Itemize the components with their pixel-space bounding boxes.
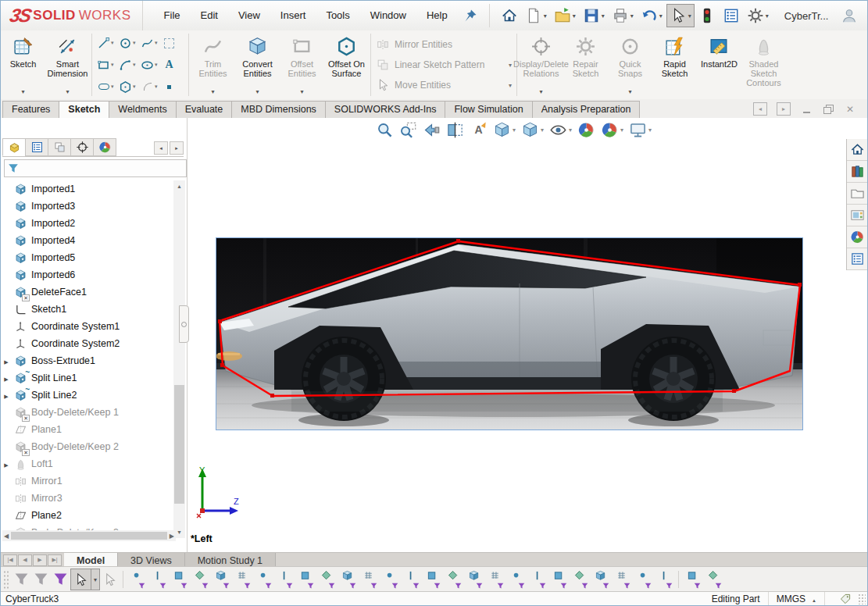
quick-tool[interactable] xyxy=(720,4,743,27)
doc-window-control[interactable] xyxy=(844,103,856,115)
tab-nav-button[interactable] xyxy=(33,554,47,566)
tree-item[interactable]: Imported6 xyxy=(2,266,171,283)
ribbon-button[interactable]: Smart Dimension ▾ xyxy=(45,30,90,99)
view-tool[interactable] xyxy=(548,119,573,140)
command-tab[interactable]: Evaluate xyxy=(176,101,233,118)
menu-item[interactable]: Tools xyxy=(316,1,359,30)
view-tool[interactable] xyxy=(627,119,653,140)
filter-tool[interactable] xyxy=(70,569,100,590)
view-tool[interactable] xyxy=(374,119,395,140)
tree-item[interactable]: Plane1 xyxy=(2,421,171,438)
task-pane-button[interactable] xyxy=(847,139,867,161)
ribbon-button[interactable]: Shaded Sketch Contours ▾ xyxy=(741,30,786,99)
filter-tool[interactable] xyxy=(100,569,120,590)
quick-tool[interactable] xyxy=(551,4,579,27)
filter-item[interactable] xyxy=(274,569,295,590)
quick-tool[interactable] xyxy=(638,4,666,27)
quick-tool[interactable] xyxy=(695,4,719,27)
menu-item[interactable]: Edit xyxy=(191,1,228,30)
tree-vertical-scrollbar[interactable]: ▲ ▼ xyxy=(173,180,185,538)
panel-tab[interactable] xyxy=(25,138,48,156)
entity-tool[interactable] xyxy=(141,77,162,98)
document-tab[interactable]: 3D Views xyxy=(118,553,185,567)
task-pane-button[interactable] xyxy=(847,205,867,226)
tree-item[interactable]: Coordinate System2 xyxy=(2,335,171,352)
tree-filter-input[interactable] xyxy=(22,162,183,176)
menu-item[interactable]: Help xyxy=(416,1,458,30)
task-pane-button[interactable] xyxy=(847,161,867,183)
scroll-up-icon[interactable]: ▲ xyxy=(173,180,185,192)
ribbon-button[interactable]: Sketch ▾ xyxy=(1,30,45,99)
tree-item[interactable]: Body-Delete/Keep 2 xyxy=(2,438,171,455)
tree-horizontal-scrollbar[interactable]: ◀ ▶ xyxy=(2,530,176,541)
filter-item[interactable] xyxy=(612,569,633,590)
filter-item[interactable] xyxy=(527,569,548,590)
ribbon-row-button[interactable]: Move Entities ▾ xyxy=(376,76,515,94)
filter-item[interactable] xyxy=(253,569,274,590)
pin-icon[interactable] xyxy=(463,8,478,23)
doc-window-control[interactable] xyxy=(753,102,767,116)
filter-item[interactable] xyxy=(464,569,485,590)
command-tab[interactable]: SOLIDWORKS Add-Ins xyxy=(325,101,446,118)
task-pane-button[interactable] xyxy=(847,248,867,270)
scroll-thumb[interactable] xyxy=(174,385,184,504)
entity-tool[interactable] xyxy=(163,33,184,54)
scroll-right-icon[interactable]: ▶ xyxy=(170,533,174,540)
tree-item[interactable]: Mirror3 xyxy=(2,490,171,507)
sketch-picture-cybertruck[interactable] xyxy=(216,237,803,430)
filter-item[interactable] xyxy=(422,569,443,590)
filter-item[interactable] xyxy=(506,569,527,590)
command-tab[interactable]: MBD Dimensions xyxy=(231,101,326,118)
entity-tool[interactable] xyxy=(97,55,118,76)
ribbon-button[interactable]: Offset Entities ▾ xyxy=(280,30,324,99)
ribbon-button[interactable]: Display/Delete Relations ▾ xyxy=(519,30,563,99)
entity-tool[interactable] xyxy=(97,33,118,54)
view-tool[interactable] xyxy=(520,119,545,140)
view-tool[interactable] xyxy=(468,119,489,140)
tree-item[interactable]: Imported3 xyxy=(2,198,171,215)
menu-item[interactable]: File xyxy=(154,1,191,30)
tags-icon[interactable] xyxy=(839,593,852,605)
filter-tool[interactable] xyxy=(12,569,31,590)
ribbon-button[interactable]: Trim Entities ▾ xyxy=(191,30,235,99)
entity-tool[interactable] xyxy=(141,33,162,54)
ribbon-button[interactable]: Instant2D ▾ xyxy=(697,30,741,99)
quick-tool[interactable] xyxy=(522,4,550,27)
filter-item[interactable] xyxy=(485,569,506,590)
panel-tab[interactable] xyxy=(48,138,71,156)
quick-tool[interactable] xyxy=(744,4,772,27)
panel-tab-scroll-arrow[interactable]: ◂ xyxy=(154,141,168,155)
tree-item[interactable]: Imported1 xyxy=(2,180,171,198)
view-tool[interactable] xyxy=(576,119,597,140)
tree-item[interactable]: DeleteFace1 xyxy=(2,283,171,301)
ribbon-row-button[interactable]: Linear Sketch Pattern ▾ xyxy=(376,55,515,74)
quick-tool[interactable] xyxy=(498,4,521,27)
filter-item[interactable] xyxy=(570,569,591,590)
menu-item[interactable]: Window xyxy=(360,1,416,30)
ribbon-button[interactable]: Repair Sketch ▾ xyxy=(563,30,608,99)
doc-window-control[interactable] xyxy=(777,102,791,116)
tab-nav-button[interactable] xyxy=(3,554,17,566)
entity-tool[interactable] xyxy=(97,77,118,98)
view-tool[interactable] xyxy=(599,119,625,140)
tree-item[interactable]: Plane2 xyxy=(2,507,171,524)
quick-tool[interactable] xyxy=(609,4,637,27)
panel-tab[interactable] xyxy=(70,138,94,156)
expand-arrow-icon[interactable] xyxy=(2,458,10,469)
command-tab[interactable]: Flow Simulation xyxy=(445,101,532,118)
task-pane-button[interactable] xyxy=(847,183,867,205)
entity-tool[interactable] xyxy=(163,77,184,98)
filter-item[interactable] xyxy=(169,569,190,590)
tree-item[interactable]: Imported5 xyxy=(2,249,171,266)
menu-item[interactable]: View xyxy=(228,1,270,30)
filter-item[interactable] xyxy=(401,569,422,590)
filter-tool[interactable] xyxy=(51,569,70,590)
filter-item[interactable] xyxy=(190,569,211,590)
ribbon-button[interactable]: Convert Entities ▾ xyxy=(235,30,280,99)
filter-item[interactable] xyxy=(380,569,401,590)
filter-item[interactable] xyxy=(232,569,253,590)
tree-item[interactable]: Loft1 xyxy=(2,455,171,472)
command-tab[interactable]: Features xyxy=(2,101,59,118)
entity-tool[interactable] xyxy=(119,55,140,76)
filter-item[interactable] xyxy=(633,569,654,590)
